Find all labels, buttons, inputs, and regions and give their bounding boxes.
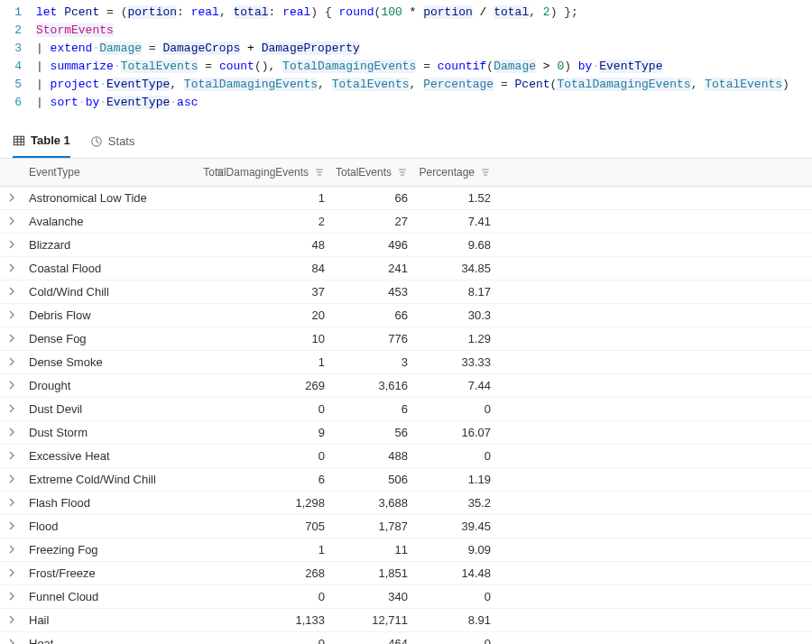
cell-totaldamaging: 705 [231, 515, 330, 538]
row-expander[interactable] [0, 234, 23, 257]
row-expander[interactable] [0, 281, 23, 304]
tab-stats[interactable]: Stats [90, 124, 135, 158]
line-number: 2 [0, 22, 36, 40]
cell-empty [496, 257, 812, 281]
table-row[interactable]: Coastal Flood8424134.85 [0, 257, 812, 281]
stats-icon [90, 135, 103, 148]
col-percentage[interactable]: Percentage [413, 159, 496, 187]
cell-eventtype: Extreme Cold/Wind Chill [23, 468, 231, 492]
cell-eventtype: Drought [23, 374, 231, 398]
editor-line[interactable]: 3| extend·Damage = DamageCrops + DamageP… [0, 40, 812, 58]
cell-eventtype: Cold/Wind Chill [23, 281, 231, 304]
col-totalevents-label: TotalEvents [336, 166, 392, 179]
table-row[interactable]: Extreme Cold/Wind Chill65061.19 [0, 468, 812, 492]
table-row[interactable]: Funnel Cloud03400 [0, 585, 812, 609]
col-menu-icon[interactable] [397, 167, 408, 178]
row-expander[interactable] [0, 492, 23, 515]
row-expander[interactable] [0, 210, 23, 234]
results-table: EventType TotalDamagingEvents TotalEvent… [0, 159, 812, 644]
code-content[interactable]: | sort·by·EventType·asc [36, 94, 812, 112]
line-number: 3 [0, 40, 36, 58]
col-totaldamaging[interactable]: TotalDamagingEvents [231, 159, 330, 187]
table-row[interactable]: Drought2693,6167.44 [0, 374, 812, 398]
editor-line[interactable]: 4| summarize·TotalEvents = count(), Tota… [0, 58, 812, 76]
tab-table[interactable]: Table 1 [13, 124, 70, 158]
cell-eventtype: Dust Devil [23, 398, 231, 421]
editor-line[interactable]: 1let Pcent = (portion: real, total: real… [0, 4, 812, 22]
cell-percentage: 33.33 [413, 351, 496, 374]
cell-empty [496, 304, 812, 327]
col-totalevents[interactable]: TotalEvents [330, 159, 413, 187]
code-content[interactable]: | extend·Damage = DamageCrops + DamagePr… [36, 40, 812, 58]
cell-totaldamaging: 6 [231, 468, 330, 492]
cell-totalevents: 66 [330, 304, 413, 327]
code-content[interactable]: let Pcent = (portion: real, total: real)… [36, 4, 812, 22]
cell-empty [496, 492, 812, 515]
cell-percentage: 8.17 [413, 281, 496, 304]
row-expander[interactable] [0, 351, 23, 374]
table-row[interactable]: Dust Storm95616.07 [0, 421, 812, 445]
cell-percentage: 39.45 [413, 515, 496, 538]
table-row[interactable]: Dense Smoke1333.33 [0, 351, 812, 374]
col-eventtype[interactable]: EventType [23, 159, 231, 187]
cell-eventtype: Hail [23, 609, 231, 632]
row-expander[interactable] [0, 585, 23, 609]
table-row[interactable]: Blizzard484969.68 [0, 234, 812, 257]
query-editor[interactable]: 1let Pcent = (portion: real, total: real… [0, 0, 812, 121]
table-row[interactable]: Freezing Fog1119.09 [0, 538, 812, 562]
table-row[interactable]: Flash Flood1,2983,68835.2 [0, 492, 812, 515]
table-row[interactable]: Flood7051,78739.45 [0, 515, 812, 538]
table-row[interactable]: Cold/Wind Chill374538.17 [0, 281, 812, 304]
row-expander[interactable] [0, 327, 23, 351]
code-content[interactable]: | project·EventType, TotalDamagingEvents… [36, 76, 812, 94]
cell-totalevents: 340 [330, 585, 413, 609]
col-menu-icon[interactable] [480, 167, 491, 178]
cell-empty [496, 281, 812, 304]
cell-empty [496, 515, 812, 538]
table-row[interactable]: Dust Devil060 [0, 398, 812, 421]
row-expander[interactable] [0, 398, 23, 421]
editor-line[interactable]: 2StormEvents [0, 22, 812, 40]
table-row[interactable]: Avalanche2277.41 [0, 210, 812, 234]
cell-empty [496, 327, 812, 351]
row-expander[interactable] [0, 187, 23, 210]
row-expander[interactable] [0, 468, 23, 492]
cell-totalevents: 12,711 [330, 609, 413, 632]
cell-totaldamaging: 1 [231, 538, 330, 562]
editor-line[interactable]: 5| project·EventType, TotalDamagingEvent… [0, 76, 812, 94]
row-expander[interactable] [0, 515, 23, 538]
row-expander[interactable] [0, 562, 23, 585]
row-expander[interactable] [0, 538, 23, 562]
col-menu-icon[interactable] [314, 167, 325, 178]
row-expander[interactable] [0, 445, 23, 468]
line-number: 1 [0, 4, 36, 22]
table-row[interactable]: Frost/Freeze2681,85114.48 [0, 562, 812, 585]
table-row[interactable]: Dense Fog107761.29 [0, 327, 812, 351]
code-content[interactable]: | summarize·TotalEvents = count(), Total… [36, 58, 812, 76]
cell-empty [496, 398, 812, 421]
table-row[interactable]: Excessive Heat04880 [0, 445, 812, 468]
row-expander[interactable] [0, 374, 23, 398]
table-row[interactable]: Hail1,13312,7118.91 [0, 609, 812, 632]
cell-totalevents: 3 [330, 351, 413, 374]
cell-percentage: 7.44 [413, 374, 496, 398]
editor-line[interactable]: 6| sort·by·EventType·asc [0, 94, 812, 112]
cell-totalevents: 27 [330, 210, 413, 234]
code-content[interactable]: StormEvents [36, 22, 812, 40]
col-expand [0, 159, 23, 187]
row-expander[interactable] [0, 632, 23, 645]
cell-empty [496, 562, 812, 585]
table-row[interactable]: Debris Flow206630.3 [0, 304, 812, 327]
svg-line-7 [97, 142, 99, 143]
cell-percentage: 1.29 [413, 327, 496, 351]
cell-percentage: 9.09 [413, 538, 496, 562]
table-row[interactable]: Astronomical Low Tide1661.52 [0, 187, 812, 210]
row-expander[interactable] [0, 609, 23, 632]
cell-percentage: 16.07 [413, 421, 496, 445]
row-expander[interactable] [0, 257, 23, 281]
table-row[interactable]: Heat04640 [0, 632, 812, 645]
row-expander[interactable] [0, 304, 23, 327]
cell-totaldamaging: 0 [231, 445, 330, 468]
line-number: 4 [0, 58, 36, 76]
row-expander[interactable] [0, 421, 23, 445]
